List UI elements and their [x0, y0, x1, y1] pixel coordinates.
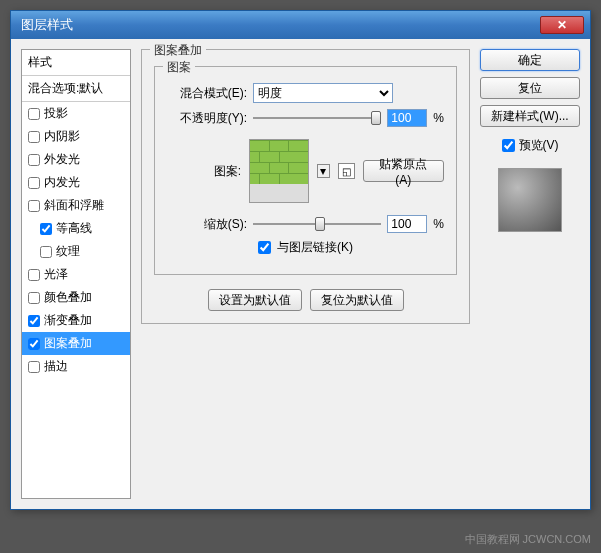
link-label: 与图层链接(K) — [277, 239, 353, 256]
scale-row: 缩放(S): % — [167, 215, 444, 233]
scale-input[interactable] — [387, 215, 427, 233]
slider-thumb[interactable] — [315, 217, 325, 231]
style-checkbox[interactable] — [28, 177, 40, 189]
opacity-slider[interactable] — [253, 109, 381, 127]
preview-thumbnail — [498, 168, 562, 232]
style-label: 颜色叠加 — [44, 289, 92, 306]
link-with-layer-checkbox[interactable] — [258, 241, 271, 254]
layer-style-dialog: 图层样式 ✕ 样式 混合选项:默认 投影内阴影外发光内发光斜面和浮雕等高线纹理光… — [10, 10, 591, 510]
opacity-input[interactable] — [387, 109, 427, 127]
style-checkbox[interactable] — [28, 292, 40, 304]
blend-mode-select[interactable]: 明度 — [253, 83, 393, 103]
style-checkbox[interactable] — [40, 246, 52, 258]
reset-default-button[interactable]: 复位为默认值 — [310, 289, 404, 311]
scale-label: 缩放(S): — [167, 216, 247, 233]
style-item[interactable]: 描边 — [22, 355, 130, 378]
ok-button[interactable]: 确定 — [480, 49, 580, 71]
style-item[interactable]: 投影 — [22, 102, 130, 125]
style-label: 外发光 — [44, 151, 80, 168]
preview-row: 预览(V) — [480, 137, 580, 154]
slider-track — [253, 117, 381, 119]
style-label: 等高线 — [56, 220, 92, 237]
titlebar[interactable]: 图层样式 ✕ — [11, 11, 590, 39]
new-style-button[interactable]: 新建样式(W)... — [480, 105, 580, 127]
style-item[interactable]: 外发光 — [22, 148, 130, 171]
options-panel: 图案叠加 图案 混合模式(E): 明度 不透明度(Y): — [141, 49, 470, 499]
styles-header[interactable]: 样式 — [22, 50, 130, 76]
style-checkbox[interactable] — [28, 338, 40, 350]
style-label: 渐变叠加 — [44, 312, 92, 329]
window-title: 图层样式 — [17, 16, 73, 34]
styles-panel: 样式 混合选项:默认 投影内阴影外发光内发光斜面和浮雕等高线纹理光泽颜色叠加渐变… — [21, 49, 131, 499]
style-label: 内发光 — [44, 174, 80, 191]
preview-checkbox[interactable] — [502, 139, 515, 152]
style-label: 光泽 — [44, 266, 68, 283]
preview-label: 预览(V) — [519, 137, 559, 154]
pattern-picker-arrow[interactable]: ▾ — [317, 164, 330, 178]
style-label: 描边 — [44, 358, 68, 375]
pattern-group: 图案 混合模式(E): 明度 不透明度(Y): % — [154, 66, 457, 275]
style-label: 纹理 — [56, 243, 80, 260]
chevron-down-icon: ▾ — [320, 164, 326, 178]
pattern-swatch[interactable] — [249, 139, 309, 203]
style-checkbox[interactable] — [40, 223, 52, 235]
style-checkbox[interactable] — [28, 108, 40, 120]
close-icon: ✕ — [557, 18, 567, 32]
percent-label: % — [433, 111, 444, 125]
style-item[interactable]: 颜色叠加 — [22, 286, 130, 309]
style-item[interactable]: 等高线 — [22, 217, 130, 240]
style-label: 投影 — [44, 105, 68, 122]
pattern-label: 图案: — [167, 163, 241, 180]
group-title: 图案叠加 — [150, 42, 206, 59]
style-checkbox[interactable] — [28, 200, 40, 212]
style-label: 图案叠加 — [44, 335, 92, 352]
style-list: 投影内阴影外发光内发光斜面和浮雕等高线纹理光泽颜色叠加渐变叠加图案叠加描边 — [22, 102, 130, 378]
pattern-overlay-group: 图案叠加 图案 混合模式(E): 明度 不透明度(Y): — [141, 49, 470, 324]
pattern-row: 图案: ▾ ◱ 贴紧原点(A) — [167, 139, 444, 203]
style-checkbox[interactable] — [28, 315, 40, 327]
pattern-group-title: 图案 — [163, 59, 195, 76]
style-item[interactable]: 光泽 — [22, 263, 130, 286]
blend-mode-label: 混合模式(E): — [167, 85, 247, 102]
set-default-button[interactable]: 设置为默认值 — [208, 289, 302, 311]
blend-mode-row: 混合模式(E): 明度 — [167, 83, 444, 103]
snap-origin-button[interactable]: 贴紧原点(A) — [363, 160, 444, 182]
style-item[interactable]: 内发光 — [22, 171, 130, 194]
style-item[interactable]: 内阴影 — [22, 125, 130, 148]
dialog-content: 样式 混合选项:默认 投影内阴影外发光内发光斜面和浮雕等高线纹理光泽颜色叠加渐变… — [11, 39, 590, 509]
style-item[interactable]: 斜面和浮雕 — [22, 194, 130, 217]
style-label: 斜面和浮雕 — [44, 197, 104, 214]
style-checkbox[interactable] — [28, 131, 40, 143]
defaults-row: 设置为默认值 复位为默认值 — [154, 289, 457, 311]
scale-slider[interactable] — [253, 215, 381, 233]
style-checkbox[interactable] — [28, 154, 40, 166]
reset-button[interactable]: 复位 — [480, 77, 580, 99]
link-row: 与图层链接(K) — [167, 239, 444, 256]
opacity-label: 不透明度(Y): — [167, 110, 247, 127]
actions-panel: 确定 复位 新建样式(W)... 预览(V) — [480, 49, 580, 499]
style-checkbox[interactable] — [28, 269, 40, 281]
style-label: 内阴影 — [44, 128, 80, 145]
style-checkbox[interactable] — [28, 361, 40, 373]
style-item[interactable]: 纹理 — [22, 240, 130, 263]
opacity-row: 不透明度(Y): % — [167, 109, 444, 127]
style-item[interactable]: 图案叠加 — [22, 332, 130, 355]
style-item[interactable]: 渐变叠加 — [22, 309, 130, 332]
close-button[interactable]: ✕ — [540, 16, 584, 34]
slider-thumb[interactable] — [371, 111, 381, 125]
blend-options-header[interactable]: 混合选项:默认 — [22, 76, 130, 102]
new-preset-icon[interactable]: ◱ — [338, 163, 355, 179]
percent-label: % — [433, 217, 444, 231]
